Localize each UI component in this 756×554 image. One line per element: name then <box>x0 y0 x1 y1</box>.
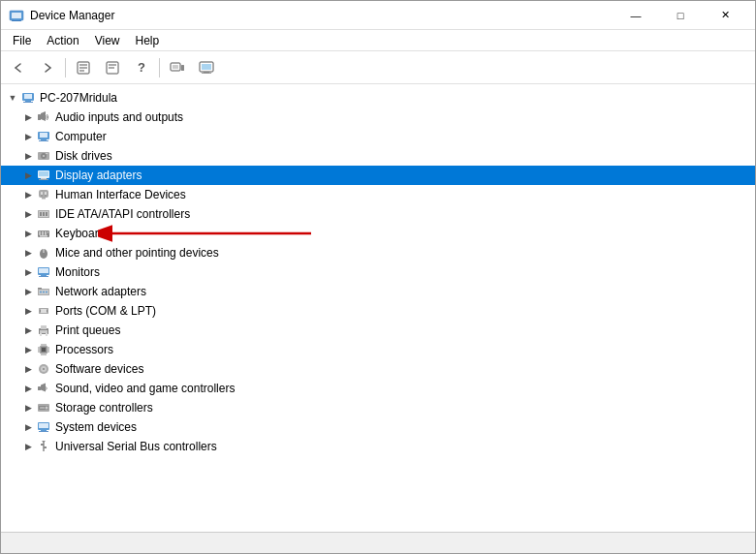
tree-item-monitors[interactable]: ▶ Monitors <box>1 262 755 282</box>
system-expand-icon[interactable]: ▶ <box>20 419 36 435</box>
display-expand-icon[interactable]: ▶ <box>20 168 36 183</box>
maximize-button[interactable]: □ <box>658 5 703 26</box>
root-expand-icon[interactable]: ▼ <box>5 90 20 106</box>
svg-rect-26 <box>39 140 48 141</box>
audio-expand-icon[interactable]: ▶ <box>20 109 36 125</box>
processors-expand-icon[interactable]: ▶ <box>20 342 36 357</box>
svg-rect-61 <box>39 276 48 277</box>
svg-rect-34 <box>39 179 48 180</box>
ports-expand-icon[interactable]: ▶ <box>20 303 36 319</box>
tree-item-ide[interactable]: ▶ IDE ATA/ATAPI controllers <box>1 204 755 224</box>
keyboard-expand-icon[interactable]: ▶ <box>20 226 36 241</box>
svg-point-29 <box>43 155 45 157</box>
tree-item-system[interactable]: ▶ System devices <box>1 417 755 437</box>
svg-rect-52 <box>42 233 44 235</box>
svg-rect-21 <box>23 102 33 103</box>
svg-rect-49 <box>45 231 47 233</box>
tree-item-keyboard[interactable]: ▶ Keyboards <box>1 224 755 243</box>
storage-expand-icon[interactable]: ▶ <box>20 400 36 416</box>
tree-item-processors[interactable]: ▶ <box>1 340 755 359</box>
svg-rect-107 <box>44 446 47 448</box>
sound-label: Sound, video and game controllers <box>55 382 235 395</box>
sound-expand-icon[interactable]: ▶ <box>20 381 36 396</box>
ide-expand-icon[interactable]: ▶ <box>20 206 36 222</box>
svg-rect-59 <box>39 268 48 273</box>
svg-rect-47 <box>39 231 41 233</box>
disk-label: Disk drives <box>55 149 112 163</box>
computer-label: Computer <box>55 130 107 143</box>
network-expand-icon[interactable]: ▶ <box>20 284 36 299</box>
svg-point-66 <box>46 292 47 293</box>
svg-rect-35 <box>39 190 48 198</box>
tree-item-mice[interactable]: ▶ Mice and other pointing devices <box>1 243 755 262</box>
disk-expand-icon[interactable]: ▶ <box>20 148 36 164</box>
computer-expand-icon[interactable]: ▶ <box>20 129 36 144</box>
monitors-expand-icon[interactable]: ▶ <box>20 264 36 280</box>
menu-help[interactable]: Help <box>128 32 168 49</box>
tree-item-sound[interactable]: ▶ Sound, video and game controllers <box>1 379 755 398</box>
svg-point-38 <box>41 195 43 197</box>
tree-item-disk[interactable]: ▶ Disk drives <box>1 146 755 166</box>
menu-action[interactable]: Action <box>39 32 86 49</box>
scan-button[interactable] <box>164 55 191 80</box>
sound-icon <box>36 381 51 396</box>
help-button[interactable]: ? <box>128 55 155 80</box>
processors-label: Processors <box>55 343 113 356</box>
title-bar: Device Manager — □ ✕ <box>1 1 755 30</box>
tree-item-ports[interactable]: ▶ Ports (COM & LPT) <box>1 301 755 321</box>
software-label: Software devices <box>55 362 143 376</box>
close-button[interactable]: ✕ <box>703 5 747 26</box>
svg-rect-30 <box>46 153 48 154</box>
svg-rect-45 <box>46 212 47 216</box>
menu-file[interactable]: File <box>5 32 39 49</box>
properties-button[interactable] <box>70 55 97 80</box>
keyboard-label: Keyboards <box>55 227 110 240</box>
svg-rect-67 <box>38 288 42 290</box>
software-expand-icon[interactable]: ▶ <box>20 361 36 377</box>
svg-rect-44 <box>43 212 45 216</box>
svg-rect-50 <box>47 231 48 233</box>
window-title: Device Manager <box>30 9 114 22</box>
svg-rect-13 <box>181 65 184 71</box>
display-button[interactable] <box>193 55 220 80</box>
svg-rect-25 <box>41 139 47 140</box>
back-button[interactable] <box>5 55 32 80</box>
print-label: Print queues <box>55 323 120 337</box>
tree-item-display[interactable]: ▶ Display adapters <box>1 166 755 185</box>
menu-bar: File Action View Help <box>1 30 755 51</box>
update-driver-button[interactable] <box>99 55 126 80</box>
disk-icon <box>36 148 51 164</box>
svg-point-98 <box>46 407 48 410</box>
tree-item-network[interactable]: ▶ Network adapters <box>1 282 755 301</box>
svg-marker-105 <box>42 441 46 443</box>
usb-expand-icon[interactable]: ▶ <box>20 439 36 454</box>
svg-rect-71 <box>47 310 47 312</box>
svg-rect-75 <box>40 333 42 336</box>
svg-rect-53 <box>45 233 47 235</box>
svg-rect-36 <box>41 192 43 195</box>
tree-item-software[interactable]: ▶ Software devices <box>1 359 755 379</box>
usb-label: Universal Serial Bus controllers <box>55 440 217 453</box>
svg-rect-95 <box>38 386 41 390</box>
tree-item-usb[interactable]: ▶ Universal Serial Bus controllers <box>1 437 755 456</box>
tree-item-audio[interactable]: ▶ Audio inputs and outputs <box>1 108 755 127</box>
svg-rect-79 <box>42 348 46 352</box>
toolbar-separator-1 <box>65 58 66 77</box>
hid-expand-icon[interactable]: ▶ <box>20 187 36 202</box>
minimize-button[interactable]: — <box>614 5 658 26</box>
tree-item-hid[interactable]: ▶ Human Interface Devices <box>1 185 755 204</box>
ports-label: Ports (COM & LPT) <box>55 304 156 318</box>
print-expand-icon[interactable]: ▶ <box>20 323 36 338</box>
forward-button[interactable] <box>34 55 61 80</box>
network-label: Network adapters <box>55 285 146 298</box>
tree-item-storage[interactable]: ▶ Storage controllers <box>1 398 755 417</box>
svg-rect-20 <box>25 101 31 102</box>
tree-root-item[interactable]: ▼ PC-207Mridula <box>1 88 755 108</box>
svg-rect-12 <box>173 65 178 69</box>
mice-expand-icon[interactable]: ▶ <box>20 245 36 261</box>
menu-view[interactable]: View <box>87 32 128 49</box>
svg-rect-1 <box>12 13 21 18</box>
svg-rect-15 <box>202 64 211 70</box>
tree-item-print[interactable]: ▶ Print queues <box>1 321 755 340</box>
tree-item-computer[interactable]: ▶ Computer <box>1 127 755 146</box>
